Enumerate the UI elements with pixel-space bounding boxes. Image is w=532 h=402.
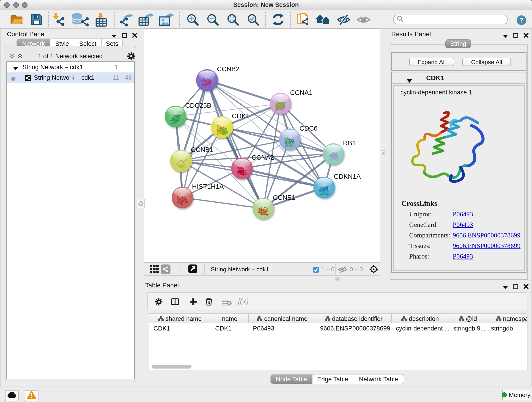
column-type-icon [458, 315, 464, 322]
panel-menu-icon[interactable] [111, 32, 117, 40]
import-table-file-button[interactable] [94, 10, 108, 29]
zoom-fit-button[interactable] [226, 10, 240, 29]
network-options-gear-icon[interactable] [127, 52, 136, 62]
search-input[interactable] [403, 16, 507, 23]
delete-column-icon[interactable] [205, 298, 213, 307]
close-panel-icon[interactable] [523, 283, 529, 291]
cell-canonicalname[interactable]: P06493 [249, 323, 316, 334]
column-header-id[interactable]: @id [449, 314, 487, 323]
edge-CCNB2-CCNA1[interactable] [207, 80, 280, 104]
float-panel-icon[interactable] [513, 283, 518, 291]
column-header-canonicalname[interactable]: canonical name [249, 314, 316, 323]
column-header-namespace[interactable]: namespace [487, 314, 527, 323]
collapse-all-button[interactable]: Collapse All [462, 58, 511, 66]
cell-description[interactable]: cyclin-dependent ... [392, 323, 449, 334]
gene-section-header[interactable]: CDK1 [392, 72, 526, 84]
function-builder-icon[interactable]: f(x) [238, 297, 249, 306]
edge-count-label: 48 [125, 74, 132, 81]
collapse-triangle-icon[interactable] [406, 77, 412, 85]
save-session-button[interactable] [30, 10, 43, 29]
crosslink-link[interactable]: P06493 [453, 253, 473, 260]
network-tree-row[interactable]: String Network – cdk11148 [7, 72, 134, 83]
tree-expander-icon[interactable] [13, 65, 18, 72]
export-network-icon [120, 13, 134, 26]
column-header-description[interactable]: description [392, 314, 449, 323]
node-table: shared namename canonical name database … [149, 313, 527, 370]
fit-selected-crosshair-icon[interactable] [369, 265, 378, 275]
memory-button[interactable]: Memory [502, 390, 530, 400]
svg-text:?: ? [519, 16, 524, 24]
zoom-in-button[interactable] [186, 10, 199, 29]
network-share-button[interactable] [161, 264, 171, 276]
tab-network-table[interactable]: Network Table [353, 375, 404, 384]
node-CCNA1[interactable]: CCNA1 [270, 89, 312, 114]
bottom-splitter-handle[interactable] [336, 277, 340, 281]
export-network-button[interactable] [120, 10, 134, 29]
import-network-icon [52, 13, 65, 26]
tab-string[interactable]: String [445, 39, 471, 48]
table-options-gear-icon[interactable] [155, 298, 163, 307]
panel-menu-icon[interactable] [503, 283, 508, 291]
column-header-sharedname[interactable]: shared name [149, 314, 211, 323]
cell-id[interactable]: stringdb:9... [449, 323, 487, 334]
expand-all-button[interactable]: Expand All [409, 58, 454, 66]
node-CDKN1A[interactable]: CDKN1A [313, 173, 361, 198]
horizontal-scrollbar-thumb[interactable] [152, 365, 191, 369]
cell-sharedname[interactable]: CDK1 [149, 323, 211, 334]
node-CDK1[interactable]: CDK1 [211, 112, 249, 138]
refresh-button[interactable] [272, 10, 284, 29]
node-CCNB1[interactable]: CCNB1 [170, 146, 213, 172]
export-table-button[interactable] [138, 10, 155, 29]
zoom-out-button[interactable] [206, 10, 220, 29]
crosslink-link[interactable]: 9606.ENSP00000378699 [453, 231, 520, 239]
show-all-button[interactable] [356, 10, 371, 29]
open-in-new-window-button[interactable] [188, 264, 197, 275]
cell-namespace[interactable]: stringdb [487, 323, 527, 334]
show-columns-icon[interactable] [171, 298, 179, 307]
birdseye-grid-icon[interactable] [150, 265, 159, 275]
left-splitter-handle[interactable] [137, 199, 145, 208]
right-splitter-handle[interactable] [381, 150, 385, 155]
zoom-out-icon [206, 13, 219, 26]
panel-menu-icon[interactable] [503, 32, 508, 40]
column-header-name[interactable]: name [211, 314, 249, 323]
edge-CCNB2-HIST1H1A[interactable] [182, 80, 207, 198]
crosslink-link[interactable]: 9606.ENSP00000378699 [453, 242, 520, 250]
network-tree-row[interactable]: String Network – cdk11 [7, 62, 134, 72]
zoom-selected-button[interactable] [246, 10, 260, 29]
crosslink-link[interactable]: P06493 [453, 211, 473, 218]
tab-edge-table[interactable]: Edge Table [312, 375, 353, 384]
copy-share-icon [297, 13, 310, 26]
node-HIST1H1A[interactable]: HIST1H1A [172, 183, 224, 208]
open-session-button[interactable] [10, 10, 23, 29]
home-button[interactable] [315, 10, 331, 29]
selected-nodes-checkbox[interactable] [313, 266, 319, 274]
application-window: Session: New Session [0, 0, 532, 402]
cloud-button[interactable] [5, 390, 19, 401]
close-panel-icon[interactable] [132, 32, 138, 40]
results-panel: Expand All Collapse All CDK1 cyclin-depe… [390, 45, 528, 280]
float-panel-icon[interactable] [513, 32, 518, 40]
column-type-icon [158, 315, 164, 322]
crosslink-row: Tissues: 9606.ENSP00000378699 [401, 242, 520, 250]
help-button[interactable]: ? [516, 15, 526, 27]
search-field[interactable] [393, 15, 508, 24]
copy-button[interactable] [297, 10, 310, 29]
import-network-file-button[interactable] [52, 10, 65, 29]
crosslink-link[interactable]: P06493 [453, 221, 473, 229]
float-panel-icon[interactable] [122, 32, 127, 40]
tab-node-table[interactable]: Node Table [271, 375, 312, 384]
export-image-button[interactable] [159, 10, 175, 29]
column-header-databaseidentifier[interactable]: database identifier [316, 314, 392, 323]
import-network-database-button[interactable] [70, 10, 90, 29]
hide-selected-button[interactable] [337, 10, 351, 29]
add-column-icon[interactable] [189, 298, 197, 307]
network-canvas[interactable]: CCNB2 CCNA1 CDC25B CDK1 CDC6 RB1 CCNB1 C… [144, 29, 380, 262]
warnings-button[interactable] [25, 390, 38, 401]
edge-HIST1H1A-CCNE1[interactable] [182, 198, 263, 209]
cell-databaseidentifier[interactable]: 9606.ENSP00000378699 [316, 323, 392, 334]
cell-name[interactable]: CDK1 [211, 323, 249, 334]
node-RB1[interactable]: RB1 [323, 139, 356, 165]
close-panel-icon[interactable] [523, 32, 529, 40]
hidden-eye-icon[interactable] [338, 266, 347, 275]
